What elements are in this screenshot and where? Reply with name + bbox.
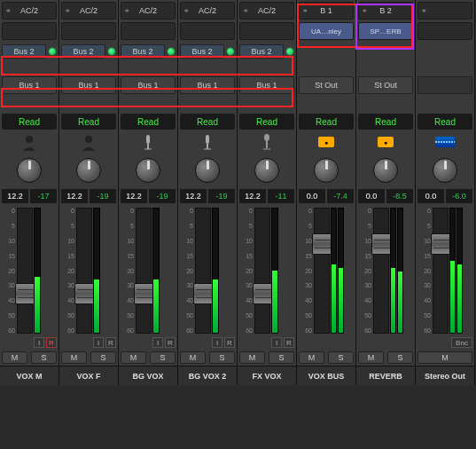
insert-slot[interactable]: ⚭ <box>417 2 472 20</box>
fader-track[interactable] <box>17 208 33 334</box>
pan-knob[interactable] <box>433 158 457 183</box>
plugin-slot[interactable]: UA…nley <box>299 22 354 40</box>
mute-button[interactable]: M <box>358 351 384 364</box>
channel-icon[interactable] <box>20 132 39 152</box>
output-selector[interactable]: Bus 1 <box>61 76 116 94</box>
insert-slot[interactable]: ⚭AC/2 <box>121 2 176 20</box>
send-level-knob[interactable] <box>48 47 57 56</box>
channel-icon[interactable] <box>198 132 217 152</box>
pan-knob[interactable] <box>76 158 101 183</box>
output-selector[interactable]: Bus 1 <box>2 76 57 94</box>
solo-button[interactable]: S <box>269 351 294 364</box>
output-selector[interactable]: St Out <box>358 76 413 94</box>
plugin-slot-empty[interactable] <box>239 22 294 40</box>
input-monitor-button[interactable]: I <box>271 337 282 348</box>
mute-button[interactable]: M <box>121 351 146 364</box>
output-selector[interactable]: Bus 1 <box>121 76 176 94</box>
insert-slot[interactable]: ⚭AC/2 <box>61 2 116 20</box>
send-bus2[interactable]: Bus 2 <box>180 44 224 59</box>
mute-button[interactable]: M <box>417 351 472 364</box>
plugin-slot-empty[interactable] <box>2 22 57 40</box>
automation-mode[interactable]: Read <box>180 114 235 130</box>
input-monitor-button[interactable]: I <box>93 337 104 348</box>
record-enable-button[interactable]: R <box>224 337 235 348</box>
automation-mode[interactable]: Read <box>2 114 57 130</box>
pan-knob[interactable] <box>17 158 42 183</box>
channel-name[interactable]: BG VOX 2 <box>178 366 237 385</box>
pan-knob[interactable] <box>254 158 279 183</box>
channel-icon[interactable] <box>79 132 98 152</box>
fader-track[interactable] <box>136 208 152 334</box>
record-enable-button[interactable]: R <box>105 337 116 348</box>
mute-button[interactable]: M <box>61 351 87 364</box>
plugin-slot[interactable]: SP…ERB <box>358 22 413 40</box>
fader-track[interactable] <box>254 208 270 334</box>
solo-button[interactable]: S <box>150 351 176 364</box>
mute-button[interactable]: M <box>180 351 206 364</box>
solo-button[interactable]: S <box>31 351 57 364</box>
channel-icon[interactable] <box>376 132 395 152</box>
input-monitor-button[interactable]: I <box>152 337 163 348</box>
automation-mode[interactable]: Read <box>121 114 176 130</box>
send-bus2[interactable]: Bus 2 <box>239 44 284 59</box>
record-enable-button[interactable]: R <box>46 337 57 348</box>
record-enable-button[interactable]: R <box>165 337 176 348</box>
channel-name[interactable]: VOX BUS <box>297 366 355 385</box>
record-enable-button[interactable]: R <box>284 337 294 348</box>
bounce-button[interactable]: Bnc <box>451 337 472 348</box>
insert-slot[interactable]: ⚭B 2 <box>358 2 413 20</box>
fader-track[interactable] <box>314 208 330 334</box>
pan-knob[interactable] <box>136 158 160 183</box>
automation-mode[interactable]: Read <box>61 114 116 130</box>
solo-button[interactable]: S <box>328 351 354 364</box>
solo-button[interactable]: S <box>90 351 116 364</box>
channel-icon[interactable] <box>257 132 277 152</box>
pan-knob[interactable] <box>373 158 398 183</box>
channel-name[interactable]: VOX M <box>0 366 59 385</box>
fader-track[interactable] <box>433 208 449 334</box>
output-selector[interactable] <box>417 76 472 94</box>
automation-mode[interactable]: Read <box>299 114 354 130</box>
channel-name[interactable]: Stereo Out <box>416 366 474 385</box>
channel-name[interactable]: VOX F <box>59 366 118 385</box>
insert-slot[interactable]: ⚭B 1 <box>299 2 354 20</box>
output-selector[interactable]: Bus 1 <box>239 76 294 94</box>
send-bus2[interactable]: Bus 2 <box>61 44 105 59</box>
channel-name[interactable]: BG VOX <box>119 366 177 385</box>
send-level-knob[interactable] <box>285 47 294 56</box>
channel-icon[interactable] <box>316 132 336 152</box>
output-selector[interactable]: St Out <box>299 76 354 94</box>
plugin-slot-empty[interactable] <box>61 22 116 40</box>
fader-track[interactable] <box>195 208 211 334</box>
automation-mode[interactable]: Read <box>417 114 472 130</box>
input-monitor-button[interactable]: I <box>212 337 222 348</box>
send-bus2[interactable]: Bus 2 <box>2 44 46 59</box>
channel-icon[interactable] <box>138 132 158 152</box>
pan-knob[interactable] <box>314 158 339 183</box>
solo-button[interactable]: S <box>209 351 235 364</box>
pan-knob[interactable] <box>195 158 220 183</box>
mute-button[interactable]: M <box>299 351 324 364</box>
send-bus2[interactable]: Bus 2 <box>121 44 165 59</box>
channel-name[interactable]: REVERB <box>356 366 415 385</box>
solo-button[interactable]: S <box>387 351 413 364</box>
send-level-knob[interactable] <box>107 47 116 56</box>
fader-track[interactable] <box>76 208 92 334</box>
insert-slot[interactable]: ⚭AC/2 <box>180 2 235 20</box>
plugin-slot-empty[interactable] <box>121 22 176 40</box>
automation-mode[interactable]: Read <box>358 114 413 130</box>
input-monitor-button[interactable]: I <box>34 337 44 348</box>
fader-track[interactable] <box>373 208 389 334</box>
channel-name[interactable]: FX VOX <box>238 366 296 385</box>
automation-mode[interactable]: Read <box>239 114 294 130</box>
mute-button[interactable]: M <box>2 351 27 364</box>
send-level-knob[interactable] <box>226 47 235 56</box>
insert-slot[interactable]: ⚭AC/2 <box>2 2 57 20</box>
plugin-slot-empty[interactable] <box>180 22 235 40</box>
plugin-slot-empty[interactable] <box>417 22 472 40</box>
send-level-knob[interactable] <box>167 47 176 56</box>
insert-slot[interactable]: ⚭AC/2 <box>239 2 294 20</box>
mute-button[interactable]: M <box>239 351 265 364</box>
channel-icon[interactable] <box>435 132 455 152</box>
output-selector[interactable]: Bus 1 <box>180 76 235 94</box>
